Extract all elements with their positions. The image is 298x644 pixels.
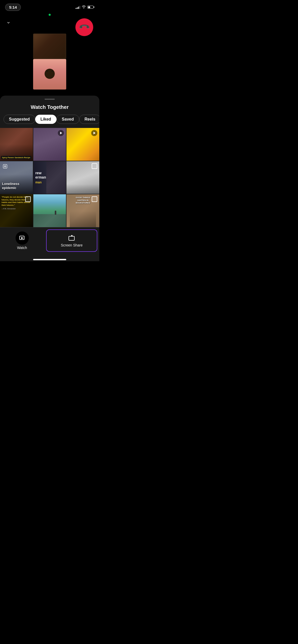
watch-label: Watch	[17, 246, 27, 250]
wifi-icon	[82, 5, 86, 9]
loneliness-text: Lonelinessepidemic	[2, 182, 19, 190]
chevron-down-icon[interactable]: ⌄	[6, 18, 11, 25]
bookstore-text: GOOD THINGSHAPPEN INBOOKSTORES	[76, 196, 90, 204]
home-bar	[33, 259, 66, 260]
video-area	[0, 34, 99, 90]
camera-active-dot	[49, 14, 51, 16]
signal-icon	[76, 5, 80, 9]
video-tile-local	[33, 59, 66, 90]
screen-share-label: Screen Share	[61, 243, 83, 247]
bottom-sheet: Watch Together Suggested Liked Saved Ree…	[0, 96, 99, 261]
grid-item-5[interactable]: rew erman man	[33, 161, 66, 194]
grid-item-1[interactable]: Spicy Paneer Sandwich Recipe	[0, 128, 33, 161]
grid-item-7[interactable]: "People do not decide their futures, the…	[0, 194, 33, 227]
status-bar: 5:14	[0, 0, 99, 13]
tab-liked[interactable]: Liked	[35, 115, 57, 124]
phone-icon: 📞	[78, 21, 90, 33]
grid-item-4[interactable]: Lonelinessepidemic	[0, 161, 33, 194]
spicy-label: Spicy Paneer Sandwich Recipe	[1, 156, 31, 159]
bottom-tab-bar: Watch Screen Share	[0, 227, 99, 257]
grid-item-2[interactable]	[33, 128, 66, 161]
tab-saved[interactable]: Saved	[57, 115, 79, 124]
reel-icon	[2, 163, 8, 169]
end-call-button[interactable]: 📞	[75, 18, 93, 36]
grid-item-3[interactable]	[66, 128, 99, 161]
tab-item-watch[interactable]: Watch	[0, 229, 44, 252]
video-tile-remote	[33, 34, 66, 59]
sheet-title: Watch Together	[0, 104, 99, 110]
svg-marker-6	[21, 237, 24, 239]
svg-rect-7	[69, 236, 74, 240]
svg-marker-0	[60, 132, 62, 134]
grid-item-8[interactable]	[33, 194, 66, 227]
grid-item-6[interactable]	[66, 161, 99, 194]
checkbox-6[interactable]	[92, 163, 97, 169]
svg-point-4	[5, 166, 5, 167]
tabs-container: Suggested Liked Saved Reels	[0, 115, 99, 124]
content-grid: Spicy Paneer Sandwich Recipe Lonelinesse…	[0, 128, 99, 227]
screen-share-icon	[68, 234, 76, 242]
battery-icon	[87, 6, 94, 9]
tab-suggested[interactable]: Suggested	[4, 115, 35, 124]
home-indicator	[0, 257, 99, 261]
grid-item-9[interactable]: GOOD THINGSHAPPEN INBOOKSTORES	[66, 194, 99, 227]
andrew-text: rew erman man	[35, 171, 46, 184]
watch-icon	[16, 231, 29, 245]
checkbox-7[interactable]	[25, 196, 31, 202]
camera-indicator	[0, 14, 99, 16]
checkbox-9[interactable]	[92, 196, 97, 202]
tab-item-screen-share[interactable]: Screen Share	[46, 229, 97, 252]
sheet-handle[interactable]	[45, 99, 55, 100]
svg-marker-1	[93, 132, 96, 134]
play-icon-3	[91, 130, 97, 136]
status-time: 5:14	[5, 4, 21, 11]
tab-reels[interactable]: Reels	[79, 115, 99, 124]
status-icons	[76, 5, 94, 9]
